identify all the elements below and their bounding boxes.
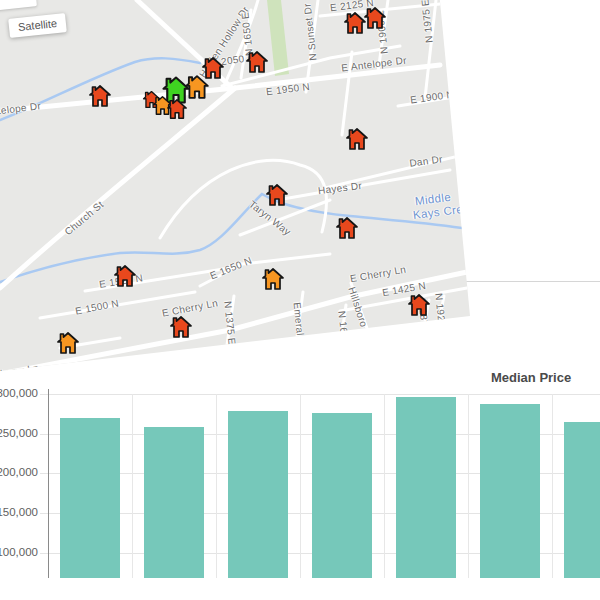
median-price-bar[interactable] — [60, 418, 120, 578]
x-gridline — [384, 394, 385, 578]
x-gridline — [216, 394, 217, 578]
median-price-chart: Median Price 300,000250,000200,000150,00… — [0, 360, 600, 600]
x-gridline — [300, 394, 301, 578]
y-axis-tick-label: 150,000 — [0, 506, 38, 518]
median-price-bar[interactable] — [480, 404, 540, 578]
median-price-bar[interactable] — [228, 411, 288, 578]
map-canvas[interactable]: Antelope DrChurch StHidden Hollow DrE 20… — [0, 0, 600, 420]
y-axis-tick-label: 200,000 — [0, 466, 38, 478]
y-axis-tick-label: 300,000 — [0, 387, 38, 399]
red-house-marker[interactable] — [407, 293, 431, 317]
x-gridline — [468, 394, 469, 578]
orange-house-marker[interactable] — [261, 267, 285, 291]
street-label: N 16 — [336, 310, 349, 333]
page: { "map": { "type_control": { "label": "S… — [0, 0, 600, 600]
y-axis-line — [48, 389, 49, 578]
red-house-marker[interactable] — [335, 216, 359, 240]
red-house-marker[interactable] — [166, 98, 188, 120]
median-price-bar[interactable] — [312, 413, 372, 578]
red-house-marker[interactable] — [88, 84, 112, 108]
red-house-marker[interactable] — [245, 50, 269, 74]
y-axis-tick-label: 100,000 — [0, 546, 38, 558]
red-house-marker[interactable] — [265, 183, 289, 207]
median-price-bar[interactable] — [396, 397, 456, 578]
x-gridline — [132, 394, 133, 578]
chart-title: Median Price — [491, 370, 571, 385]
orange-house-marker[interactable] — [56, 331, 80, 355]
red-house-marker[interactable] — [345, 127, 369, 151]
park-strip — [267, 0, 289, 76]
y-axis-tick-label: 250,000 — [0, 427, 38, 439]
red-house-marker[interactable] — [169, 315, 193, 339]
median-price-bar[interactable] — [144, 427, 204, 578]
x-gridline — [552, 394, 553, 578]
y-gridline — [40, 394, 600, 395]
red-house-marker[interactable] — [363, 6, 387, 30]
median-price-bar[interactable] — [564, 422, 600, 578]
red-house-marker[interactable] — [113, 264, 137, 288]
